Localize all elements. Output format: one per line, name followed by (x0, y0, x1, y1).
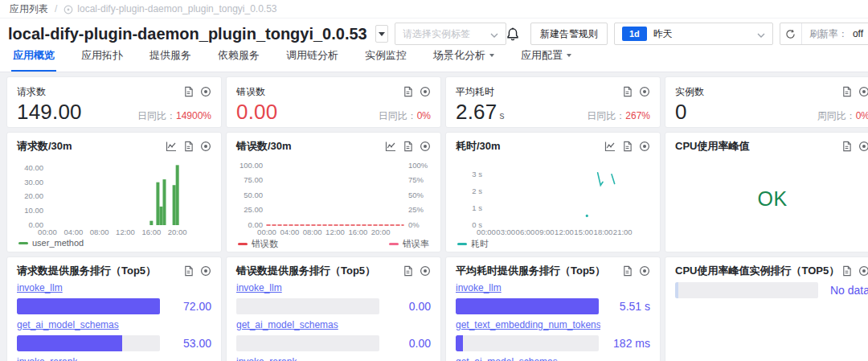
document-icon[interactable] (841, 86, 852, 97)
service-link[interactable]: invoke_rerank (17, 356, 77, 361)
legend-swatch-icon (18, 242, 28, 244)
dashboard: 请求数 149.00 日同比：14900% 错误数 (0, 72, 868, 361)
line-chart-icon[interactable] (604, 141, 616, 152)
rank-item: get_text_embedding_num_tokens 182 ms (456, 319, 650, 351)
tab-app-settings[interactable]: 应用配置 (519, 48, 573, 72)
eye-icon[interactable] (858, 265, 868, 277)
refresh-rate-label: 刷新率： (809, 27, 848, 41)
breadcrumb-app-list-link[interactable]: 应用列表 (10, 2, 48, 16)
svg-text:100.00: 100.00 (240, 161, 263, 170)
refresh-rate[interactable]: 刷新率： off (802, 23, 868, 44)
tab-app-overview[interactable]: 应用概览 (11, 48, 56, 72)
svg-text:25%: 25% (408, 205, 424, 214)
document-icon[interactable] (841, 141, 852, 152)
svg-text:50%: 50% (408, 191, 424, 199)
document-icon[interactable] (403, 86, 413, 97)
document-icon[interactable] (183, 265, 194, 277)
svg-text:40.00: 40.00 (24, 163, 43, 172)
eye-icon[interactable] (420, 86, 431, 97)
cpu-peak-card: CPU使用率峰值 OK (665, 132, 868, 252)
eye-icon[interactable] (200, 265, 211, 277)
bell-icon[interactable] (506, 27, 519, 41)
svg-text:08:00: 08:00 (303, 228, 322, 236)
document-icon[interactable] (183, 141, 194, 152)
stat-card-instances: 实例数 0 周同比：0% (665, 76, 868, 128)
rank-value: 182 ms (599, 337, 650, 350)
chart-legend: 错误数错误率 (236, 238, 431, 250)
line-chart-icon[interactable] (385, 141, 396, 152)
refresh-icon[interactable] (780, 23, 802, 44)
service-link[interactable]: get_ai_model_schemas (17, 319, 119, 330)
card-title: 请求数/30m (17, 139, 72, 154)
eye-icon[interactable] (639, 141, 650, 152)
chevron-down-icon (490, 27, 498, 41)
document-icon[interactable] (622, 141, 633, 152)
legend-item[interactable]: 错误数 (238, 238, 278, 250)
rank-item: get_ai_model_schemas 7.38 ms (456, 356, 650, 361)
latency-rank-card: 平均耗时提供服务排行（Top5） invoke_llm 5.51 s get_t… (445, 256, 661, 361)
legend-item[interactable]: 错误率 (389, 238, 429, 250)
rank-item: invoke_llm 72.00 (17, 282, 211, 314)
tab-instance-monitoring[interactable]: 实例监控 (363, 48, 408, 72)
tab-scenario-analysis[interactable]: 场景化分析 (432, 48, 496, 72)
svg-text:20:00: 20:00 (168, 228, 187, 236)
app-monitoring-page: 应用列表 / local-dify-plugin-daemon_plugin_t… (0, 0, 868, 361)
stat-unit: s (499, 110, 504, 121)
eye-icon[interactable] (639, 86, 650, 97)
document-icon[interactable] (183, 86, 194, 97)
requests-bar-chart: 0.0010.0020.0030.0040.0000:0004:0008:001… (17, 155, 211, 237)
eye-icon[interactable] (858, 86, 868, 97)
tab-app-topology[interactable]: 应用拓扑 (80, 48, 125, 72)
stat-card-avg-latency: 平均耗时 2.67s 日同比：267% (445, 76, 661, 128)
eye-icon[interactable] (420, 141, 431, 152)
svg-text:18:00: 18:00 (594, 228, 613, 236)
document-icon[interactable] (403, 141, 413, 152)
stat-card-row: 请求数 149.00 日同比：14900% 错误数 (6, 76, 868, 128)
tab-dependent-services[interactable]: 依赖服务 (216, 48, 261, 72)
service-link[interactable]: invoke_llm (456, 282, 502, 293)
app-icon (63, 5, 73, 14)
app-switcher-button[interactable] (375, 25, 388, 43)
new-alert-rule-button[interactable]: 新建告警规则 (530, 23, 608, 45)
caret-down-icon (379, 32, 385, 36)
eye-icon[interactable] (200, 141, 211, 152)
card-title: CPU使用率峰值实例排行（TOP5） (675, 264, 839, 278)
legend-item[interactable]: user_method (18, 238, 84, 248)
svg-text:12:00: 12:00 (555, 228, 574, 236)
service-link[interactable]: invoke_rerank (236, 356, 297, 361)
line-chart-icon[interactable] (166, 141, 177, 152)
instance-tag-select[interactable]: 请选择实例标签 (395, 23, 506, 45)
stat-value: 149.00 (17, 100, 82, 125)
tab-trace-analysis[interactable]: 调用链分析 (285, 48, 340, 72)
tab-provided-services[interactable]: 提供服务 (148, 48, 193, 72)
card-title: 平均耗时提供服务排行（Top5） (456, 264, 605, 278)
eye-icon[interactable] (639, 265, 650, 277)
chevron-down-icon (757, 27, 765, 41)
service-link[interactable]: get_ai_model_schemas (456, 356, 558, 361)
document-icon[interactable] (622, 86, 633, 97)
eye-icon[interactable] (420, 265, 431, 277)
document-icon[interactable] (622, 265, 633, 277)
service-link[interactable]: get_ai_model_schemas (236, 319, 338, 330)
svg-text:00:00: 00:00 (38, 228, 57, 236)
service-link[interactable]: invoke_llm (236, 282, 282, 293)
document-icon[interactable] (841, 265, 852, 277)
stat-compare: 日同比：14900% (137, 109, 211, 123)
stat-card-requests: 请求数 149.00 日同比：14900% (6, 76, 222, 128)
svg-text:15:00: 15:00 (574, 228, 593, 236)
svg-text:06:00: 06:00 (516, 228, 535, 236)
rank-item: get_ai_model_schemas 0.00 (236, 319, 431, 351)
page-title: local-dify-plugin-daemon_plugin_tongyi_0… (8, 25, 367, 43)
svg-text:12:00: 12:00 (116, 228, 135, 236)
svg-text:16:00: 16:00 (141, 228, 161, 236)
eye-icon[interactable] (858, 141, 868, 152)
svg-text:00:00: 00:00 (477, 228, 496, 236)
legend-swatch-icon (238, 243, 248, 245)
time-range-select[interactable]: 1d 昨天 (614, 23, 773, 45)
service-link[interactable]: get_text_embedding_num_tokens (456, 319, 600, 330)
service-link[interactable]: invoke_llm (17, 282, 63, 293)
eye-icon[interactable] (200, 86, 211, 97)
svg-text:16:00: 16:00 (348, 228, 367, 236)
document-icon[interactable] (403, 265, 413, 277)
legend-item[interactable]: 耗时 (457, 238, 489, 250)
